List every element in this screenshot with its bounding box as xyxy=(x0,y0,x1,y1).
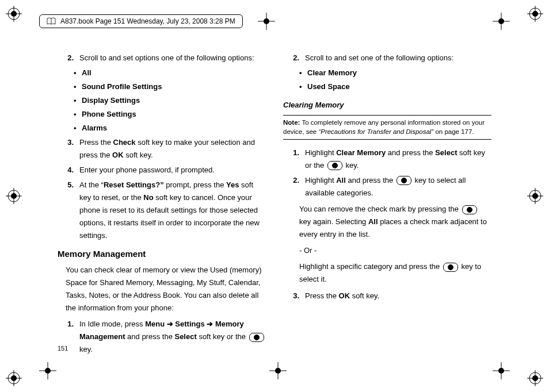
step-number: 2. xyxy=(283,174,305,199)
list-item: 3. Press the OK soft key. xyxy=(283,290,491,302)
list-item: 5. At the “Reset Settings?” prompt, pres… xyxy=(58,179,266,242)
step-text: Scroll to and set one of the following o… xyxy=(305,52,491,64)
registration-mark-icon xyxy=(6,6,22,22)
list-item: 2. Scroll to and set options one of the … xyxy=(58,52,266,64)
registration-mark-icon xyxy=(527,188,543,204)
note-box: Note: To completely remove any personal … xyxy=(283,115,491,139)
svg-point-27 xyxy=(264,18,269,24)
registration-mark-icon xyxy=(6,370,22,386)
step-text: At the “Reset Settings?” prompt, press t… xyxy=(79,179,266,242)
list-item: 1. In Idle mode, press Menu ➔ Settings ➔… xyxy=(58,318,266,356)
cross-mark-icon xyxy=(493,362,510,379)
step-number: 1. xyxy=(283,147,305,172)
paragraph: Highlight a specific category and press … xyxy=(299,260,491,286)
nav-key-icon xyxy=(396,176,411,185)
registration-mark-icon xyxy=(6,188,22,204)
list-item: 4. Enter your phone password, if prompte… xyxy=(58,164,266,176)
page-footer xyxy=(39,362,510,379)
cross-mark-icon xyxy=(493,13,510,30)
bullet-item: •Display Settings xyxy=(74,94,266,107)
list-item: 2. Highlight All and press the key to se… xyxy=(283,174,491,199)
cross-mark-icon xyxy=(39,362,56,379)
bullet-item: •Alarms xyxy=(74,122,266,134)
bullet-item: •Used Space xyxy=(299,80,491,93)
nav-key-icon xyxy=(249,333,264,342)
nav-key-icon xyxy=(327,161,342,170)
step-text: Highlight All and press the key to selec… xyxy=(305,174,491,199)
step-text: Press the Check soft key to make your se… xyxy=(79,136,266,162)
left-column: 2. Scroll to and set options one of the … xyxy=(58,52,266,346)
step-number: 3. xyxy=(58,136,79,162)
bullet-item: •Sound Profile Settings xyxy=(74,80,266,93)
bullet-item: •Clear Memory xyxy=(299,67,491,79)
page-body: 2. Scroll to and set options one of the … xyxy=(58,52,491,346)
cross-mark-icon xyxy=(258,13,275,30)
list-item: 1. Highlight Clear Memory and press the … xyxy=(283,147,491,172)
step-number: 5. xyxy=(58,179,79,242)
subsection-heading: Clearing Memory xyxy=(283,99,491,112)
nav-key-icon xyxy=(443,263,458,272)
step-text: Scroll to and set options one of the fol… xyxy=(79,52,266,64)
list-item: 2. Scroll to and set one of the followin… xyxy=(283,52,491,64)
registration-mark-icon xyxy=(527,6,543,22)
registration-mark-icon xyxy=(527,370,543,386)
svg-point-30 xyxy=(498,18,504,24)
cross-mark-icon xyxy=(269,362,287,379)
paragraph: You can remove the check mark by pressin… xyxy=(299,203,491,241)
right-column: 2. Scroll to and set one of the followin… xyxy=(283,52,491,346)
page-number: 151 xyxy=(58,345,68,352)
list-item: 3. Press the Check soft key to make your… xyxy=(58,136,266,162)
svg-point-36 xyxy=(275,368,281,374)
step-text: Press the OK soft key. xyxy=(305,290,491,302)
svg-point-39 xyxy=(498,368,504,374)
step-number: 3. xyxy=(283,290,305,302)
page-header: A837.book Page 151 Wednesday, July 23, 2… xyxy=(39,13,510,30)
section-heading: Memory Management xyxy=(58,247,266,262)
paragraph: You can check clear of memory or view th… xyxy=(66,264,266,314)
step-number: 2. xyxy=(283,52,305,64)
header-frame: A837.book Page 151 Wednesday, July 23, 2… xyxy=(39,14,243,28)
step-text: Highlight Clear Memory and press the Sel… xyxy=(305,147,491,172)
step-number: 2. xyxy=(58,52,79,64)
step-number: 4. xyxy=(58,164,79,176)
bullet-item: •Phone Settings xyxy=(74,108,266,121)
svg-point-33 xyxy=(45,368,51,374)
bullet-item: •All xyxy=(74,67,266,79)
book-icon xyxy=(47,17,56,25)
step-text: Enter your phone password, if prompted. xyxy=(79,164,266,176)
paragraph: - Or - xyxy=(299,244,491,257)
nav-key-icon xyxy=(462,205,477,214)
header-text: A837.book Page 151 Wednesday, July 23, 2… xyxy=(60,17,235,25)
step-text: In Idle mode, press Menu ➔ Settings ➔ Me… xyxy=(79,318,266,356)
